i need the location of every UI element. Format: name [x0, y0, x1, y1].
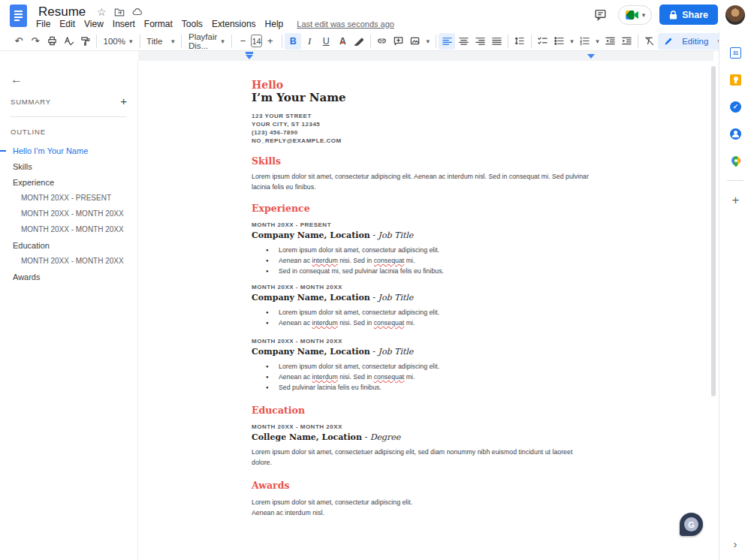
star-icon[interactable]: ☆: [94, 5, 109, 20]
bold-button[interactable]: B: [285, 33, 301, 50]
increase-font-size-button[interactable]: +: [262, 33, 279, 50]
bullet-item[interactable]: Lorem ipsum dolor sit amet, consectetur …: [252, 361, 593, 372]
address-block[interactable]: 123 YOUR STREET YOUR CITY, ST 12345 (123…: [252, 112, 593, 145]
experience-period[interactable]: MONTH 20XX - PRESENT: [252, 221, 593, 229]
account-avatar[interactable]: [725, 5, 745, 25]
menu-extensions[interactable]: Extensions: [207, 18, 261, 30]
menu-edit[interactable]: Edit: [55, 18, 80, 30]
experience-bullets[interactable]: Lorem ipsum dolor sit amet, consectetur …: [252, 307, 593, 328]
editing-mode-select[interactable]: Editing ▾: [658, 33, 727, 50]
last-edit-link[interactable]: Last edit was seconds ago: [297, 20, 394, 29]
get-addons-button[interactable]: +: [719, 187, 751, 214]
docs-logo-icon[interactable]: [10, 5, 27, 27]
explore-button[interactable]: G: [680, 513, 703, 536]
bullet-item[interactable]: Lorem ipsum dolor sit amet, consectetur …: [252, 245, 593, 255]
outline-item-awards[interactable]: Awards: [0, 269, 137, 285]
numbered-list-button[interactable]: [576, 33, 593, 50]
comment-history-icon[interactable]: [591, 5, 611, 25]
menu-tools[interactable]: Tools: [177, 18, 207, 30]
align-center-button[interactable]: [455, 33, 472, 50]
align-right-button[interactable]: [472, 33, 488, 50]
decrease-font-size-button[interactable]: −: [234, 33, 251, 50]
education-paragraph[interactable]: Lorem ipsum dolor sit amet, consectetuer…: [252, 447, 593, 468]
decrease-indent-button[interactable]: [602, 33, 618, 50]
close-outline-button[interactable]: ←: [8, 71, 26, 88]
bullet-item[interactable]: Aenean ac interdum nisi. Sed in consequa…: [252, 318, 593, 328]
highlight-color-button[interactable]: [351, 33, 367, 50]
experience-heading[interactable]: Experience: [252, 203, 593, 214]
experience-period[interactable]: MONTH 20XX - MONTH 20XX: [252, 337, 593, 345]
skills-heading[interactable]: Skills: [252, 155, 593, 167]
bullet-item[interactable]: Lorem ipsum dolor sit amet, consectetur …: [252, 307, 593, 318]
align-left-button[interactable]: [439, 33, 455, 50]
keep-icon[interactable]: [719, 66, 751, 93]
add-comment-button[interactable]: [391, 33, 407, 50]
line-spacing-button[interactable]: [511, 33, 528, 50]
experience-bullets[interactable]: Lorem ipsum dolor sit amet, consectetur …: [252, 361, 593, 393]
checklist-button[interactable]: [534, 33, 550, 50]
skills-paragraph[interactable]: Lorem ipsum dolor sit amet, consectetur …: [252, 171, 593, 192]
experience-bullets[interactable]: Lorem ipsum dolor sit amet, consectetur …: [252, 245, 593, 276]
menu-view[interactable]: View: [80, 18, 108, 30]
outline-item-month-2[interactable]: MONTH 20XX - MONTH 20XX: [0, 221, 137, 237]
outline-item-month-1[interactable]: MONTH 20XX - MONTH 20XX: [0, 206, 137, 221]
text-color-button[interactable]: A: [334, 33, 351, 50]
menu-help[interactable]: Help: [261, 18, 288, 30]
menu-insert[interactable]: Insert: [108, 18, 140, 30]
menu-file[interactable]: File: [32, 18, 55, 30]
awards-line[interactable]: Lorem ipsum dolor sit amet, consectetur …: [252, 497, 593, 507]
italic-button[interactable]: I: [301, 33, 318, 50]
bulleted-list-button[interactable]: [550, 33, 567, 50]
left-indent-marker[interactable]: [246, 55, 253, 59]
insert-image-caret[interactable]: ▾: [424, 33, 433, 50]
vertical-scrollbar[interactable]: [711, 66, 716, 396]
awards-heading[interactable]: Awards: [252, 480, 593, 491]
calendar-icon[interactable]: 31: [719, 39, 751, 66]
menu-format[interactable]: Format: [140, 18, 177, 30]
spellcheck-button[interactable]: [60, 33, 77, 50]
undo-button[interactable]: ↶: [11, 33, 27, 50]
font-family-select[interactable]: Playfair Dis... ▾: [185, 33, 228, 50]
outline-item-education[interactable]: Education: [0, 237, 137, 253]
align-justify-button[interactable]: [488, 33, 505, 50]
font-size-input[interactable]: 14: [251, 35, 261, 47]
contacts-icon[interactable]: [719, 120, 751, 147]
company-line[interactable]: Company Name, Location - Job Title: [252, 293, 593, 303]
underline-button[interactable]: U: [318, 33, 334, 50]
outline-item-month-3[interactable]: MONTH 20XX - MONTH 20XX: [0, 253, 137, 269]
bulleted-list-caret[interactable]: ▾: [567, 33, 576, 50]
awards-line[interactable]: Aenean ac interdum nisl.: [252, 507, 593, 518]
company-line[interactable]: Company Name, Location - Job Title: [252, 347, 593, 357]
add-summary-button[interactable]: +: [120, 97, 127, 106]
experience-period[interactable]: MONTH 20XX - MONTH 20XX: [252, 283, 593, 291]
company-line[interactable]: Company Name, Location - Job Title: [252, 230, 593, 240]
redo-button[interactable]: ↷: [27, 33, 44, 50]
meet-button[interactable]: ▾: [618, 5, 653, 25]
bullet-item[interactable]: Aenean ac interdum nisi. Sed in consequa…: [252, 255, 593, 266]
doc-heading-hello[interactable]: Hello: [252, 79, 593, 91]
print-button[interactable]: [44, 33, 60, 50]
college-line[interactable]: College Name, Location - Degree: [252, 432, 593, 442]
ruler[interactable]: [138, 51, 713, 61]
tasks-icon[interactable]: ✓: [719, 93, 751, 120]
doc-heading-name[interactable]: I’m Your Name: [252, 91, 593, 104]
paint-format-button[interactable]: [77, 33, 93, 50]
bullet-item[interactable]: Sed pulvinar lacinia felis eu finibus.: [252, 382, 593, 393]
paragraph-styles-select[interactable]: Title ▾: [143, 33, 178, 50]
show-side-panel-button[interactable]: ›: [722, 533, 749, 554]
right-indent-marker[interactable]: [587, 54, 595, 59]
increase-indent-button[interactable]: [618, 33, 635, 50]
numbered-list-caret[interactable]: ▾: [593, 33, 602, 50]
education-period[interactable]: MONTH 20XX - MONTH 20XX: [252, 423, 593, 431]
insert-link-button[interactable]: [374, 33, 391, 50]
maps-icon[interactable]: [719, 147, 751, 174]
outline-item-hello[interactable]: Hello I’m Your Name: [0, 143, 137, 158]
share-button[interactable]: Share: [659, 5, 718, 25]
education-heading[interactable]: Education: [252, 405, 593, 416]
first-line-indent-marker[interactable]: [246, 52, 253, 54]
insert-image-button[interactable]: [407, 33, 424, 50]
outline-item-experience[interactable]: Experience: [0, 174, 137, 190]
cloud-status-icon[interactable]: [130, 5, 145, 20]
move-folder-icon[interactable]: [112, 5, 127, 20]
clear-formatting-button[interactable]: [641, 33, 658, 50]
